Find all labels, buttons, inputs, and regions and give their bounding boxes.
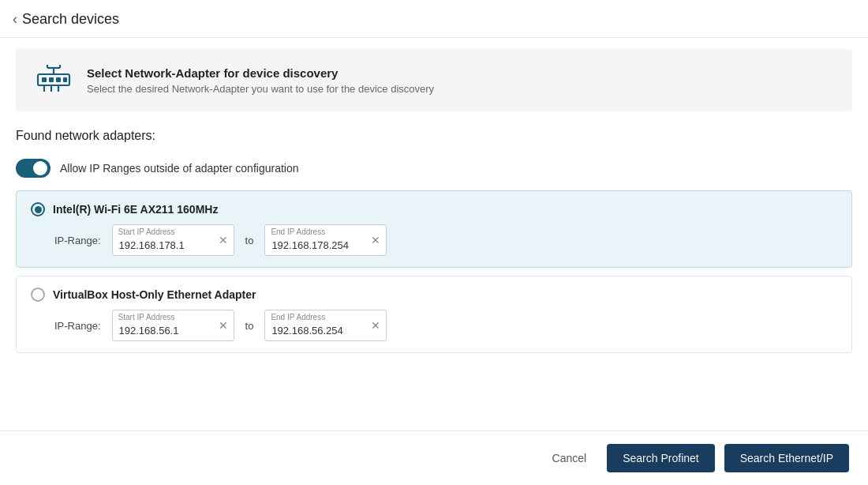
adapter-2-end-ip-label: End IP Address	[271, 313, 325, 321]
banner-title: Select Network-Adapter for device discov…	[87, 66, 434, 80]
to-label-2: to	[242, 320, 257, 332]
adapter-1-radio[interactable]	[31, 202, 45, 216]
toggle-slider	[16, 159, 51, 178]
adapter-1-ip-row: IP-Range: Start IP Address ✕ to End IP A…	[31, 224, 837, 256]
info-banner-text: Select Network-Adapter for device discov…	[87, 66, 434, 95]
adapter-1-start-ip-label: Start IP Address	[118, 227, 175, 236]
svg-rect-2	[49, 77, 54, 82]
page-title: Search devices	[22, 11, 119, 28]
adapter-1-end-ip-label: End IP Address	[271, 227, 325, 236]
adapter-2-radio[interactable]	[31, 288, 45, 302]
page-header: ‹ Search devices	[0, 0, 868, 38]
adapter-1-start-ip-wrapper: Start IP Address ✕	[112, 224, 234, 256]
svg-rect-1	[42, 77, 47, 82]
info-banner: Select Network-Adapter for device discov…	[16, 49, 852, 111]
adapter-2-start-ip-wrapper: Start IP Address ✕	[112, 310, 234, 341]
back-button[interactable]: ‹ Search devices	[13, 11, 119, 28]
svg-rect-4	[63, 77, 67, 82]
search-ethernet-button[interactable]: Search Ethernet/IP	[724, 444, 849, 472]
adapter-1-end-ip-wrapper: End IP Address ✕	[264, 224, 387, 256]
search-profinet-button[interactable]: Search Profinet	[607, 444, 715, 472]
adapter-2-ip-row: IP-Range: Start IP Address ✕ to End IP A…	[31, 310, 837, 341]
adapter-1-start-ip-clear-icon[interactable]: ✕	[219, 235, 228, 246]
adapter-1-header: Intel(R) Wi-Fi 6E AX211 160MHz	[31, 202, 837, 216]
adapter-card-2[interactable]: VirtualBox Host-Only Ethernet Adapter IP…	[16, 276, 852, 353]
adapter-1-end-ip-clear-icon[interactable]: ✕	[371, 235, 380, 246]
cancel-button[interactable]: Cancel	[541, 446, 598, 471]
adapter-2-end-ip-clear-icon[interactable]: ✕	[371, 320, 380, 331]
to-label-1: to	[242, 235, 257, 246]
ip-range-label-2: IP-Range:	[54, 320, 101, 332]
toggle-label: Allow IP Ranges outside of adapter confi…	[60, 162, 299, 175]
adapter-2-end-ip-wrapper: End IP Address ✕	[264, 310, 387, 341]
adapter-2-start-ip-clear-icon[interactable]: ✕	[219, 320, 228, 331]
adapter-2-start-ip-label: Start IP Address	[118, 313, 175, 321]
adapters-container: Intel(R) Wi-Fi 6E AX211 160MHz IP-Range:…	[0, 190, 868, 353]
adapter-1-name: Intel(R) Wi-Fi 6E AX211 160MHz	[53, 203, 218, 216]
back-chevron-icon: ‹	[13, 11, 17, 28]
ip-range-toggle[interactable]	[16, 159, 51, 178]
page-footer: Cancel Search Profinet Search Ethernet/I…	[0, 430, 868, 485]
adapter-card-1[interactable]: Intel(R) Wi-Fi 6E AX211 160MHz IP-Range:…	[16, 190, 852, 268]
adapter-2-header: VirtualBox Host-Only Ethernet Adapter	[31, 288, 837, 302]
svg-rect-3	[56, 77, 61, 82]
toggle-row: Allow IP Ranges outside of adapter confi…	[0, 156, 868, 190]
banner-subtitle: Select the desired Network-Adapter you w…	[87, 83, 434, 95]
found-adapters-title: Found network adapters:	[0, 122, 868, 156]
ip-range-label-1: IP-Range:	[54, 235, 101, 246]
adapter-2-name: VirtualBox Host-Only Ethernet Adapter	[53, 288, 256, 301]
network-adapter-icon	[35, 63, 73, 97]
